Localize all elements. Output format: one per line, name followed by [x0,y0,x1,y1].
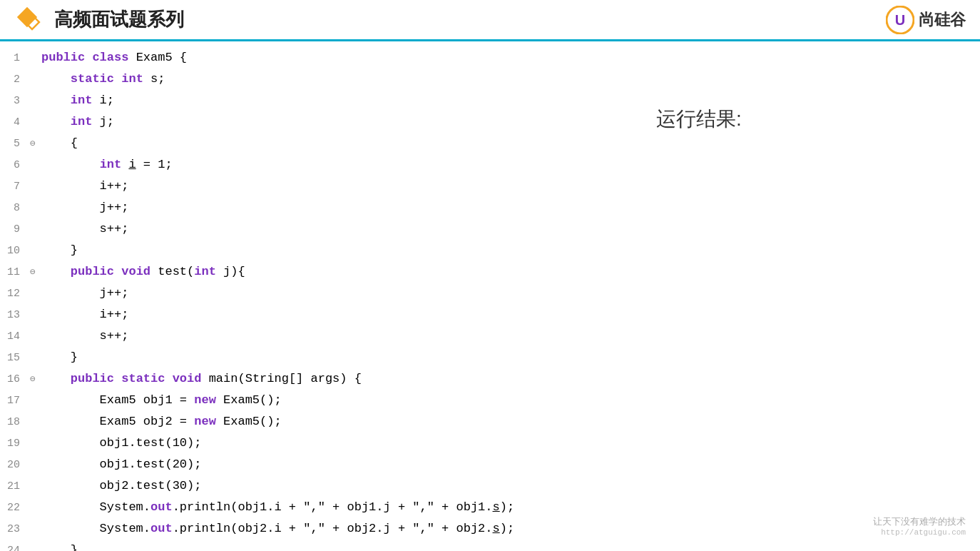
code-line-8: 8 j++; [0,198,585,220]
code-text-5: { [41,134,78,153]
code-line-16: 16 ⊖ public static void main(String[] ar… [0,370,585,391]
code-text-22: System.out.println(obj1.i + "," + obj1.j… [41,498,514,517]
line-num-8: 8 [0,200,30,216]
line-num-6: 6 [0,157,30,173]
code-text-11: public void test(int j){ [41,263,245,281]
code-text-23: System.out.println(obj2.i + "," + obj2.j… [41,520,514,538]
line-num-11: 11 [0,264,30,280]
main-content: 1 public class Exam5 { 2 static int s; 3… [0,41,980,551]
code-line-23: 23 System.out.println(obj2.i + "," + obj… [0,520,585,541]
line-num-16: 16 [0,371,30,388]
line-num-7: 7 [0,178,30,195]
code-text-13: i++; [41,305,128,324]
line-num-4: 4 [0,114,30,131]
line-num-9: 9 [0,221,30,238]
code-line-4: 4 int j; [0,113,585,134]
line-num-17: 17 [0,393,30,409]
code-text-16: public static void main(String[] args) { [41,370,362,388]
code-text-7: i++; [41,177,128,196]
code-text-14: s++; [41,327,128,345]
code-text-20: obj1.test(20); [41,455,201,474]
code-line-5: 5 ⊖ { [0,134,585,156]
code-text-24: } [41,541,78,551]
code-text-19: obj1.test(10); [41,434,201,453]
line-num-2: 2 [0,71,30,88]
header-left: 高频面试题系列 [14,4,184,36]
line-num-24: 24 [0,542,30,551]
line-num-14: 14 [0,328,30,345]
code-text-18: Exam5 obj2 = new Exam5(); [41,413,282,431]
code-text-1: public class Exam5 { [41,49,187,67]
brand-logo: U 尚硅谷 [886,6,966,34]
code-line-19: 19 obj1.test(10); [0,434,585,455]
code-line-24: 24 } [0,541,585,551]
code-line-14: 14 s++; [0,327,585,348]
code-text-6: int i = 1; [41,156,173,174]
code-text-3: int i; [41,91,114,110]
code-line-2: 2 static int s; [0,70,585,91]
code-text-2: static int s; [41,70,165,89]
brand-name: 尚硅谷 [919,9,966,31]
code-line-3: 3 int i; [0,91,585,113]
watermark-line2: http://atguigu.com [873,528,966,537]
line-num-19: 19 [0,435,30,452]
code-line-13: 13 i++; [0,305,585,327]
code-line-22: 22 System.out.println(obj1.i + "," + obj… [0,498,585,520]
svg-text:U: U [895,12,905,28]
code-line-12: 12 j++; [0,284,585,305]
code-line-17: 17 Exam5 obj1 = new Exam5(); [0,391,585,413]
code-text-8: j++; [41,198,128,217]
code-line-1: 1 public class Exam5 { [0,49,585,70]
code-text-9: s++; [41,220,128,238]
header-title: 高频面试题系列 [54,7,184,32]
header-right: U 尚硅谷 [886,6,966,34]
code-line-9: 9 s++; [0,220,585,241]
line-num-10: 10 [0,243,30,259]
watermark-line1: 让天下没有难学的技术 [873,515,966,528]
code-line-6: 6 int i = 1; [0,156,585,177]
code-line-11: 11 ⊖ public void test(int j){ [0,263,585,284]
code-line-21: 21 obj2.test(30); [0,477,585,498]
right-panel: 运行结果: 让天下没有难学的技术 http://atguigu.com [585,41,980,551]
code-text-4: int j; [41,113,114,131]
code-text-21: obj2.test(30); [41,477,201,495]
line-num-20: 20 [0,457,30,473]
line-num-3: 3 [0,93,30,109]
watermark: 让天下没有难学的技术 http://atguigu.com [873,515,966,537]
code-text-15: } [41,348,78,367]
header: 高频面试题系列 U 尚硅谷 [0,0,980,41]
code-line-15: 15 } [0,348,585,370]
result-label: 运行结果: [656,106,742,133]
line-num-22: 22 [0,500,30,516]
line-num-18: 18 [0,414,30,430]
line-num-5: 5 [0,136,30,152]
code-text-10: } [41,241,78,260]
code-area: 1 public class Exam5 { 2 static int s; 3… [0,41,585,551]
logo-diamond-icon [14,4,46,36]
code-line-20: 20 obj1.test(20); [0,455,585,477]
line-num-15: 15 [0,350,30,366]
brand-icon: U [886,6,914,34]
line-num-21: 21 [0,478,30,495]
line-num-13: 13 [0,307,30,323]
code-line-10: 10 } [0,241,585,263]
line-num-12: 12 [0,285,30,302]
line-num-1: 1 [0,50,30,66]
code-line-18: 18 Exam5 obj2 = new Exam5(); [0,413,585,434]
code-text-12: j++; [41,284,128,303]
code-text-17: Exam5 obj1 = new Exam5(); [41,391,282,410]
line-num-23: 23 [0,521,30,537]
code-line-7: 7 i++; [0,177,585,198]
